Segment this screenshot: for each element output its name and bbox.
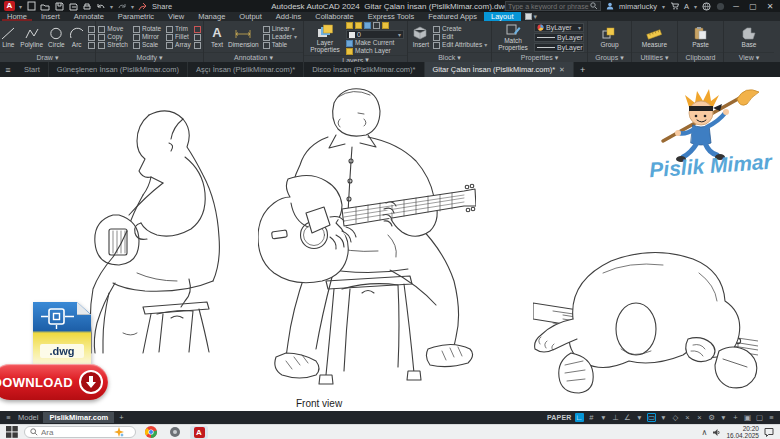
open-folder-icon[interactable] xyxy=(40,1,50,11)
match-layer-button[interactable]: Match Layer xyxy=(346,48,404,55)
model-tab[interactable]: Model xyxy=(18,413,38,422)
fillet-button[interactable]: Fillet xyxy=(166,34,191,41)
rotate-button[interactable]: Rotate xyxy=(133,26,161,33)
panel-label-utilities[interactable]: Utilities▾ xyxy=(632,52,677,62)
tab-parametric[interactable]: Parametric xyxy=(111,12,161,21)
model-paper-icon[interactable]: ∟ xyxy=(575,413,584,422)
taskbar-clock[interactable]: 20:20 16.04.2025 xyxy=(726,425,759,439)
volume-icon[interactable] xyxy=(712,428,721,437)
text-button[interactable]: AText xyxy=(210,26,224,49)
tab-output[interactable]: Output xyxy=(232,12,269,21)
arc-button[interactable]: Arc xyxy=(69,26,85,49)
stretch-button[interactable]: Stretch xyxy=(98,42,128,49)
array-button[interactable]: Array xyxy=(166,42,191,49)
tray-expand-icon[interactable]: ∧ xyxy=(702,428,708,437)
isolate-objects-icon[interactable]: ▣ xyxy=(743,413,752,422)
table-button[interactable]: Table xyxy=(263,42,297,49)
panel-label-groups[interactable]: Groups▾ xyxy=(588,52,631,62)
ortho-icon[interactable]: ⊥ xyxy=(611,413,620,422)
file-tab-menu-icon[interactable]: ≡ xyxy=(0,65,16,75)
notification-icon[interactable] xyxy=(716,2,725,11)
trim-button[interactable]: Trim xyxy=(166,26,191,33)
tab-addins[interactable]: Add-ins xyxy=(269,12,308,21)
grid-icon[interactable]: # xyxy=(587,413,596,422)
help-search-box[interactable] xyxy=(505,1,601,11)
maximize-button[interactable]: ▢ xyxy=(747,2,759,11)
dimension-button[interactable]: Dimension xyxy=(227,26,260,49)
start-button-icon[interactable] xyxy=(6,426,18,438)
taskbar-search-input[interactable] xyxy=(41,428,111,437)
mirror-button[interactable]: Mirror xyxy=(133,34,161,41)
new-file-icon[interactable] xyxy=(26,1,36,11)
polar-icon[interactable]: ∠ xyxy=(623,413,632,422)
leader-button[interactable]: Leader▾ xyxy=(263,34,297,41)
polyline-button[interactable]: Polyline xyxy=(19,26,44,49)
layer-on-icon[interactable] xyxy=(346,22,353,29)
panel-label-properties[interactable]: Properties▾ xyxy=(492,52,587,62)
customization-icon[interactable]: ≡ xyxy=(767,413,776,422)
undo-caret-icon[interactable]: ▾ xyxy=(110,3,113,10)
panel-label-modify[interactable]: Modify▾ xyxy=(96,52,203,62)
layer-freeze-icon[interactable] xyxy=(355,22,362,29)
new-drawing-button[interactable]: + xyxy=(574,65,591,75)
tab-featured-apps[interactable]: Featured Apps xyxy=(421,12,484,21)
new-layout-button[interactable]: + xyxy=(119,413,123,422)
block-edit-button[interactable]: Edit xyxy=(433,34,487,41)
annotation-plus-icon[interactable]: + xyxy=(731,413,740,422)
tab-close-icon[interactable]: ✕ xyxy=(559,66,565,74)
file-tab-guneslenen[interactable]: Güneşlenen İnsan (PislikMimar.com) xyxy=(49,62,188,77)
linetype-combo[interactable]: ByLayer xyxy=(534,43,584,52)
panel-label-block[interactable]: Block▾ xyxy=(408,52,491,62)
group-button[interactable]: Group xyxy=(599,26,619,49)
minimize-button[interactable]: ─ xyxy=(730,2,742,11)
hatch-icon[interactable] xyxy=(88,42,95,49)
measure-button[interactable]: Measure xyxy=(641,26,668,49)
clean-screen-icon[interactable]: ▢ xyxy=(755,413,764,422)
tab-manage[interactable]: Manage xyxy=(191,12,232,21)
snap-caret-icon[interactable]: ▾ xyxy=(599,413,608,422)
match-properties-button[interactable]: Match Properties xyxy=(495,22,531,52)
autodesk-app-icon[interactable]: A xyxy=(684,2,689,11)
rectangle-icon[interactable] xyxy=(88,26,95,33)
insert-button[interactable]: Insert xyxy=(412,26,430,49)
edit-attributes-button[interactable]: Edit Attributes▾ xyxy=(433,42,487,49)
store-caret-icon[interactable]: ▾ xyxy=(694,3,697,10)
layer-properties-button[interactable]: Layer Properties xyxy=(307,24,343,54)
file-tab-start[interactable]: Start xyxy=(16,62,49,77)
ellipse-icon[interactable] xyxy=(88,34,95,41)
tab-insert[interactable]: Insert xyxy=(34,12,67,21)
layer-select-combo[interactable]: 0▾ xyxy=(346,30,404,39)
copy-button[interactable]: Copy xyxy=(98,34,128,41)
layer-isolate-icon[interactable] xyxy=(373,22,380,29)
scale-button[interactable]: Scale xyxy=(133,42,161,49)
search-icon[interactable] xyxy=(590,2,598,10)
file-tab-gitar-calan[interactable]: Gitar Çalan İnsan (PislikMimar.com)*✕ xyxy=(425,62,574,77)
plot-icon[interactable] xyxy=(82,1,92,11)
help-globe-icon[interactable] xyxy=(702,2,711,11)
app-store-cart-icon[interactable] xyxy=(670,2,679,10)
panel-label-clipboard[interactable]: Clipboard xyxy=(678,52,723,62)
file-tab-disco[interactable]: Disco İnsan (PislikMimar.com)* xyxy=(304,62,424,77)
panel-label-layers[interactable]: Layers▾ xyxy=(304,55,407,62)
tab-express-tools[interactable]: Express Tools xyxy=(361,12,422,21)
download-button[interactable]: DOWNLOAD xyxy=(0,364,108,400)
osnap-caret-icon[interactable]: ▾ xyxy=(659,413,668,422)
tab-view[interactable]: View xyxy=(161,12,191,21)
drawing-canvas[interactable]: Front view Pislik Mimar xyxy=(0,77,780,411)
help-search-input[interactable] xyxy=(508,3,590,10)
signed-in-user[interactable]: mimarlucky xyxy=(619,2,657,11)
close-button[interactable]: ✕ xyxy=(764,2,776,11)
undo-icon[interactable] xyxy=(96,1,106,11)
layout-tab-pislikmimar[interactable]: PislikMimar.com xyxy=(43,412,114,423)
tab-layout[interactable]: Layout xyxy=(484,12,521,21)
paste-button[interactable]: Paste xyxy=(691,26,710,49)
layer-off-icon[interactable] xyxy=(382,22,389,29)
redo-caret-icon[interactable]: ▾ xyxy=(131,3,134,10)
app2-taskbar-button[interactable] xyxy=(166,426,184,439)
lineweight-toggle-icon[interactable]: ◇ xyxy=(671,413,680,422)
user-icon[interactable] xyxy=(606,2,614,10)
explode-icon[interactable] xyxy=(194,34,201,41)
offset-icon[interactable] xyxy=(194,42,201,49)
layer-lock-icon[interactable] xyxy=(364,22,371,29)
gear-caret-icon[interactable]: ▾ xyxy=(719,413,728,422)
